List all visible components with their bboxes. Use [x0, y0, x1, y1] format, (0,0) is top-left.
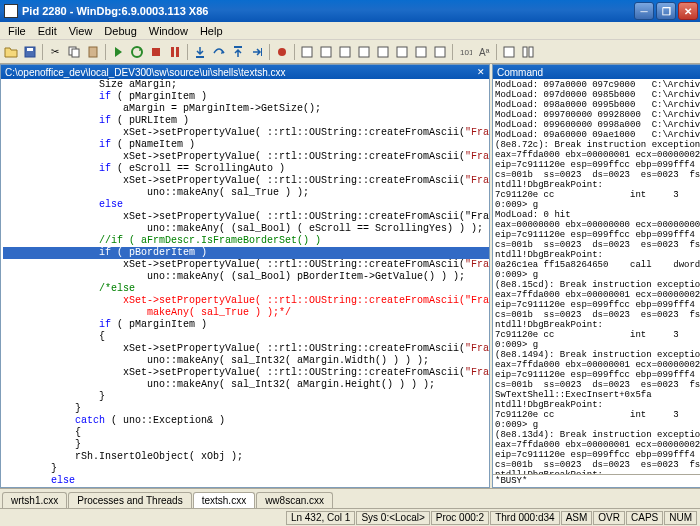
svg-rect-10: [234, 46, 242, 48]
go-button[interactable]: [109, 43, 127, 61]
copy-button[interactable]: [65, 43, 83, 61]
tab-ww8scan-cxx[interactable]: ww8scan.cxx: [256, 492, 333, 508]
restart-button[interactable]: [128, 43, 146, 61]
code-line[interactable]: }: [3, 391, 489, 403]
menu-help[interactable]: Help: [194, 24, 229, 38]
maximize-button[interactable]: ❐: [656, 2, 676, 20]
command-prompt: *BUSY*: [495, 476, 527, 486]
code-line[interactable]: Size aMargin;: [3, 79, 489, 91]
stop-button[interactable]: [147, 43, 165, 61]
step-into-button[interactable]: [191, 43, 209, 61]
cut-button[interactable]: ✂: [46, 43, 64, 61]
command-pane-label: Command: [497, 67, 543, 78]
code-line[interactable]: makeAny( sal_True ) );*/: [3, 307, 489, 319]
code-line[interactable]: xSet->setPropertyValue( ::rtl::OUString:…: [3, 151, 489, 163]
code-line[interactable]: //if ( aFrmDescr.IsFrameBorderSet() ): [3, 235, 489, 247]
svg-rect-17: [378, 47, 388, 57]
command-output[interactable]: ModLoad: 097a0000 097c9000 C:\Archivos d…: [493, 79, 700, 474]
svg-rect-8: [176, 47, 179, 57]
code-line[interactable]: /*else: [3, 283, 489, 295]
status-proc: Proc 000:2: [431, 511, 489, 525]
toolbar: ✂ 101 Aª: [0, 40, 700, 64]
code-line[interactable]: uno::makeAny( sal_Int32( aMargin.Width()…: [3, 355, 489, 367]
code-line[interactable]: aMargin = pMarginItem->GetSize();: [3, 103, 489, 115]
code-line[interactable]: catch ( uno::Exception& ): [3, 415, 489, 427]
save-button[interactable]: [21, 43, 39, 61]
svg-rect-16: [359, 47, 369, 57]
code-line[interactable]: {: [3, 331, 489, 343]
registers-window-button[interactable]: [355, 43, 373, 61]
code-line[interactable]: if ( pBorderItem ): [3, 247, 489, 259]
code-line[interactable]: if ( eScroll == ScrollingAuto ): [3, 163, 489, 175]
tab-wrtsh1-cxx[interactable]: wrtsh1.cxx: [2, 492, 67, 508]
code-line[interactable]: else: [3, 199, 489, 211]
code-line[interactable]: xSet->setPropertyValue( ::rtl::OUString:…: [3, 175, 489, 187]
break-button[interactable]: [166, 43, 184, 61]
code-line[interactable]: uno::makeAny( sal_Int32( aMargin.Height(…: [3, 379, 489, 391]
window-arrange-button[interactable]: [519, 43, 537, 61]
code-line[interactable]: uno::makeAny( sal_True ) );: [3, 187, 489, 199]
scratch-window-button[interactable]: [431, 43, 449, 61]
svg-text:Aª: Aª: [479, 47, 490, 58]
menubar: FileEditViewDebugWindowHelp: [0, 22, 700, 40]
command-pane-title: Command ✕: [493, 65, 700, 79]
svg-rect-20: [435, 47, 445, 57]
callstack-window-button[interactable]: [393, 43, 411, 61]
code-line[interactable]: }: [3, 439, 489, 451]
source-code-area[interactable]: Size aMargin; if ( pMarginItem ) aMargin…: [1, 79, 489, 487]
code-line[interactable]: if ( pMarginItem ): [3, 319, 489, 331]
svg-rect-13: [302, 47, 312, 57]
step-out-button[interactable]: [229, 43, 247, 61]
font-button[interactable]: Aª: [475, 43, 493, 61]
code-line[interactable]: uno::makeAny( (sal_Bool) ( eScroll == Sc…: [3, 223, 489, 235]
toolbar-separator: [269, 44, 270, 60]
code-line[interactable]: xSet->setPropertyValue( ::rtl::OUString:…: [3, 259, 489, 271]
menu-window[interactable]: Window: [143, 24, 194, 38]
code-line[interactable]: uno::makeAny( (sal_Bool) pBorderItem->Ge…: [3, 271, 489, 283]
code-line[interactable]: rSh.InsertOleObject( xObj );: [3, 451, 489, 463]
tab-processes-and-threads[interactable]: Processes and Threads: [68, 492, 191, 508]
step-over-button[interactable]: [210, 43, 228, 61]
svg-text:101: 101: [460, 48, 472, 57]
code-line[interactable]: }: [3, 403, 489, 415]
code-line[interactable]: if ( pURLItem ): [3, 115, 489, 127]
locals-window-button[interactable]: [336, 43, 354, 61]
menu-edit[interactable]: Edit: [32, 24, 63, 38]
code-line[interactable]: if ( pMarginItem ): [3, 91, 489, 103]
tab-textsh-cxx[interactable]: textsh.cxx: [193, 492, 255, 508]
watch-window-button[interactable]: [317, 43, 335, 61]
window-title: Pid 2280 - WinDbg:6.9.0003.113 X86: [22, 5, 632, 17]
menu-view[interactable]: View: [63, 24, 99, 38]
memory-window-button[interactable]: [374, 43, 392, 61]
close-button[interactable]: ✕: [678, 2, 698, 20]
menu-file[interactable]: File: [2, 24, 32, 38]
command-window-button[interactable]: [298, 43, 316, 61]
command-input[interactable]: [527, 476, 700, 486]
code-line[interactable]: xSet->setPropertyValue( ::rtl::OUString:…: [3, 127, 489, 139]
code-line[interactable]: else: [3, 475, 489, 487]
paste-button[interactable]: [84, 43, 102, 61]
source-mode-button[interactable]: 101: [456, 43, 474, 61]
svg-point-12: [278, 48, 286, 56]
menu-debug[interactable]: Debug: [98, 24, 142, 38]
open-button[interactable]: [2, 43, 20, 61]
code-line[interactable]: xSet->setPropertyValue( ::rtl::OUString:…: [3, 367, 489, 379]
status-caps: CAPS: [626, 511, 663, 525]
code-line[interactable]: if ( pNameItem ): [3, 139, 489, 151]
pane-close-icon[interactable]: ✕: [477, 67, 485, 77]
run-to-cursor-button[interactable]: [248, 43, 266, 61]
code-line[interactable]: {: [3, 427, 489, 439]
svg-rect-19: [416, 47, 426, 57]
code-line[interactable]: xSet->setPropertyValue( ::rtl::OUString:…: [3, 211, 489, 223]
code-line[interactable]: }: [3, 463, 489, 475]
status-ovr: OVR: [593, 511, 625, 525]
status-thread: Thrd 000:d34: [490, 511, 560, 525]
minimize-button[interactable]: ─: [634, 2, 654, 20]
options-button[interactable]: [500, 43, 518, 61]
status-line-col: Ln 432, Col 1: [286, 511, 356, 525]
code-line[interactable]: xSet->setPropertyValue( ::rtl::OUString:…: [3, 295, 489, 307]
breakpoint-button[interactable]: [273, 43, 291, 61]
disasm-window-button[interactable]: [412, 43, 430, 61]
toolbar-separator: [452, 44, 453, 60]
code-line[interactable]: xSet->setPropertyValue( ::rtl::OUString:…: [3, 343, 489, 355]
